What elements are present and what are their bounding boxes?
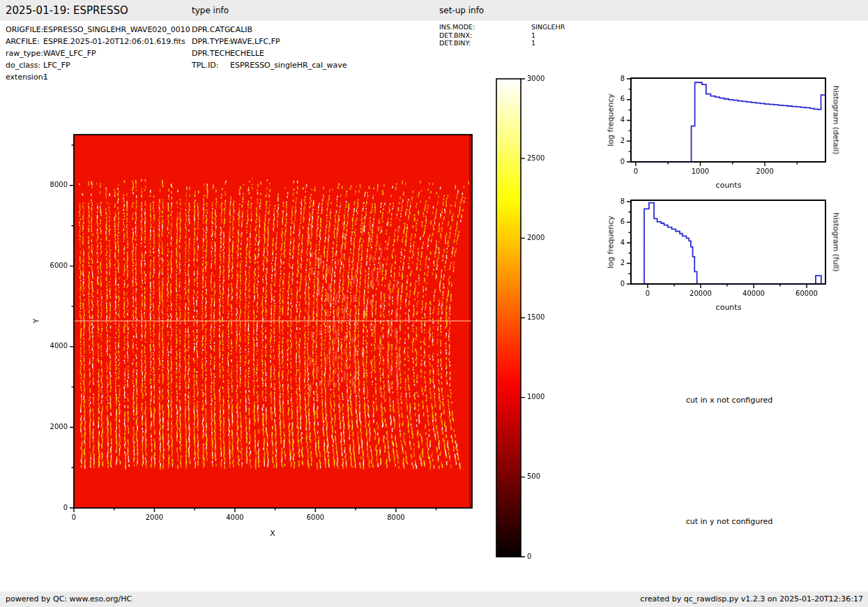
hist-detail-x-label: counts (716, 181, 742, 190)
meta-label: DPR.CATG: (192, 24, 230, 36)
cut-x-message: cut in x not configured (686, 396, 773, 405)
footer-created-by: created by qc_rawdisp.py v1.2.3 on 2025-… (640, 592, 863, 607)
meta-row: do_class:LFC_FP (6, 59, 190, 71)
meta-value: ECHELLE (230, 47, 264, 59)
main-y-axis-label: Y (32, 319, 41, 324)
page-title: 2025-01-19: ESPRESSO (6, 0, 128, 21)
meta-label: INS.MODE: (439, 23, 531, 31)
meta-row: extension:1 (6, 71, 190, 83)
meta-row: raw_type:WAVE_LFC_FP (6, 47, 190, 59)
cut-y-message: cut in y not configured (686, 517, 773, 526)
meta-row: DPR.CATG:CALIB (192, 24, 347, 36)
setup-info-block: INS.MODE:SINGLEHRDET.BINX:1DET.BINY:1 (439, 23, 565, 47)
header-bar: 2025-01-19: ESPRESSO type info set-up in… (0, 0, 868, 21)
type-info-block: DPR.CATG:CALIBDPR.TYPE:WAVE,LFC,FPDPR.TE… (192, 24, 347, 71)
meta-row: INS.MODE:SINGLEHR (439, 23, 565, 31)
meta-label: do_class: (6, 59, 43, 71)
file-info-block: ORIGFILE:ESPRESSO_SINGLEHR_WAVE020_0010A… (6, 24, 190, 83)
meta-label: raw_type: (6, 47, 43, 59)
colorbar (488, 72, 561, 571)
meta-value: ESPRESSO_SINGLEHR_WAVE020_0010 (43, 24, 190, 36)
meta-row: DET.BINX:1 (439, 31, 565, 40)
meta-row: TPL.ID:ESPRESSO_singleHR_cal_wave (192, 59, 347, 71)
meta-value: WAVE,LFC,FP (230, 36, 280, 47)
hist-detail-right-label: histogram (detail) (832, 86, 841, 155)
qc-report-page: 2025-01-19: ESPRESSO type info set-up in… (0, 0, 868, 607)
meta-value: LFC_FP (43, 59, 70, 71)
meta-value: 1 (43, 71, 48, 83)
meta-value: SINGLEHR (531, 23, 565, 31)
meta-label: DPR.TYPE: (192, 36, 230, 47)
meta-label: ORIGFILE: (6, 24, 43, 36)
type-info-heading: type info (192, 0, 229, 22)
meta-label: DPR.TECH: (192, 47, 230, 59)
raw-frame-heatmap (28, 126, 482, 541)
meta-row: DPR.TECH:ECHELLE (192, 47, 347, 59)
hist-detail-y-label: log frequency (607, 93, 616, 146)
setup-info-heading: set-up info (439, 0, 484, 22)
meta-label: DET.BINY: (439, 39, 531, 47)
meta-value: WAVE_LFC_FP (43, 47, 96, 59)
meta-label: extension: (6, 71, 43, 83)
hist-full-y-label: log frequency (607, 216, 616, 268)
meta-value: ESPRESSO_singleHR_cal_wave (230, 59, 347, 71)
meta-row: ORIGFILE:ESPRESSO_SINGLEHR_WAVE020_0010 (6, 24, 190, 36)
footer-powered-by: powered by QC: www.eso.org/HC (6, 592, 132, 607)
meta-value: 1 (531, 39, 535, 47)
meta-label: DET.BINX: (439, 31, 531, 40)
meta-value: 1 (531, 31, 535, 40)
meta-label: TPL.ID: (192, 59, 230, 71)
meta-row: DET.BINY:1 (439, 39, 565, 47)
meta-row: ARCFILE:ESPRE.2025-01-20T12:06:01.619.fi… (6, 36, 190, 47)
meta-label: ARCFILE: (6, 36, 43, 47)
footer-bar: powered by QC: www.eso.org/HC created by… (0, 592, 868, 607)
meta-value: ESPRE.2025-01-20T12:06:01.619.fits (43, 36, 185, 47)
hist-full-right-label: histogram (full) (832, 213, 841, 272)
meta-value: CALIB (230, 24, 252, 36)
histogram-detail-plot (607, 69, 833, 184)
meta-row: DPR.TYPE:WAVE,LFC,FP (192, 36, 347, 47)
main-x-axis-label: X (270, 529, 275, 538)
hist-full-x-label: counts (716, 303, 742, 312)
histogram-full-plot (607, 191, 833, 306)
